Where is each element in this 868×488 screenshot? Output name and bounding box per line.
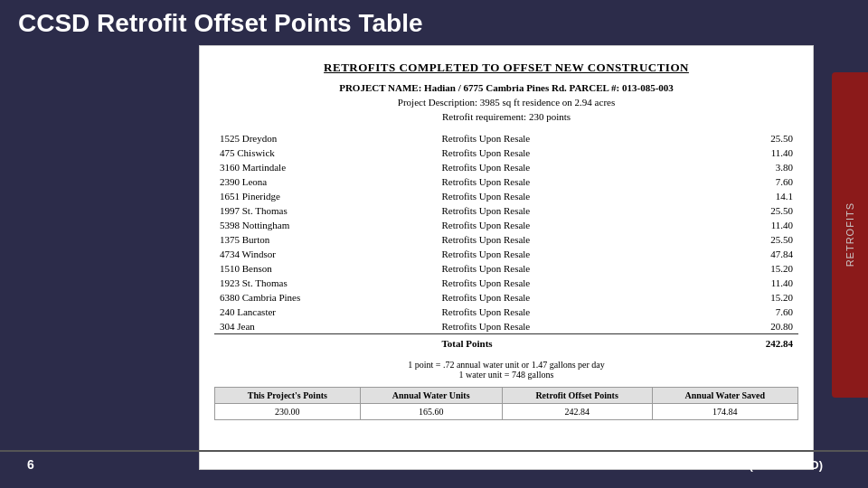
points-cell: 47.84 — [670, 247, 798, 261]
type-cell: Retrofits Upon Resale — [436, 232, 669, 247]
footnote-line1: 1 point = .72 annual water unit or 1.47 … — [214, 360, 798, 370]
right-tab: RETROFITS — [832, 72, 868, 398]
divider-line — [0, 450, 868, 452]
address-cell: 304 Jean — [214, 319, 436, 334]
address-cell: 5398 Nottingham — [214, 218, 436, 232]
address-cell: 6380 Cambria Pines — [214, 290, 436, 305]
project-name: PROJECT NAME: Hadian / 6775 Cambria Pine… — [214, 82, 798, 93]
type-cell: Retrofits Upon Resale — [436, 261, 669, 276]
summary-data-cell: 174.84 — [652, 404, 797, 420]
right-tab-text: RETROFITS — [844, 202, 855, 267]
summary-header-cell: Annual Water Units — [360, 388, 502, 404]
table-row: 2390 LeonaRetrofits Upon Resale7.60 — [214, 174, 798, 189]
summary-table: This Project's PointsAnnual Water UnitsR… — [214, 387, 798, 420]
main-background: CCSD Retrofit Offset Points Table RETROF… — [0, 0, 868, 488]
points-cell: 11.40 — [670, 218, 798, 232]
total-label: Total Points — [436, 334, 669, 352]
points-cell: 7.60 — [670, 174, 798, 189]
summary-data-cell: 230.00 — [215, 404, 361, 420]
table-row: 6380 Cambria PinesRetrofits Upon Resale1… — [214, 290, 798, 305]
points-cell: 14.1 — [670, 189, 798, 203]
footer-label: A-3-SLO-19-0199 (Hadian SFD) — [652, 458, 823, 472]
type-cell: Retrofits Upon Resale — [436, 160, 669, 174]
address-cell: 1923 St. Thomas — [214, 276, 436, 290]
table-row: 1997 St. ThomasRetrofits Upon Resale25.5… — [214, 203, 798, 218]
table-row: 1510 BensonRetrofits Upon Resale15.20 — [214, 261, 798, 276]
address-cell: 1510 Benson — [214, 261, 436, 276]
page-number: 6 — [27, 457, 34, 472]
address-cell: 1375 Burton — [214, 232, 436, 247]
total-row: Total Points 242.84 — [214, 334, 798, 352]
points-cell: 7.60 — [670, 305, 798, 319]
points-cell: 20.80 — [670, 319, 798, 334]
type-cell: Retrofits Upon Resale — [436, 203, 669, 218]
address-cell: 2390 Leona — [214, 174, 436, 189]
address-cell: 475 Chiswick — [214, 145, 436, 160]
table-row: 1375 BurtonRetrofits Upon Resale25.50 — [214, 232, 798, 247]
table-row: 304 JeanRetrofits Upon Resale20.80 — [214, 319, 798, 334]
points-cell: 3.80 — [670, 160, 798, 174]
summary-header-cell: Retrofit Offset Points — [502, 388, 652, 404]
points-cell: 25.50 — [670, 131, 798, 145]
table-row: 475 ChiswickRetrofits Upon Resale11.40 — [214, 145, 798, 160]
type-cell: Retrofits Upon Resale — [436, 218, 669, 232]
page-title: CCSD Retrofit Offset Points Table — [18, 9, 423, 38]
address-cell: 240 Lancaster — [214, 305, 436, 319]
address-cell: 1997 St. Thomas — [214, 203, 436, 218]
type-cell: Retrofits Upon Resale — [436, 189, 669, 203]
points-cell: 25.50 — [670, 203, 798, 218]
summary-header-row: This Project's PointsAnnual Water UnitsR… — [215, 388, 798, 404]
summary-data-row: 230.00165.60242.84174.84 — [215, 404, 798, 420]
type-cell: Retrofits Upon Resale — [436, 131, 669, 145]
type-cell: Retrofits Upon Resale — [436, 276, 669, 290]
summary-data-cell: 242.84 — [502, 404, 652, 420]
address-cell: 1651 Pineridge — [214, 189, 436, 203]
points-cell: 15.20 — [670, 290, 798, 305]
summary-header-cell: Annual Water Saved — [652, 388, 797, 404]
table-row: 5398 NottinghamRetrofits Upon Resale11.4… — [214, 218, 798, 232]
table-row: 4734 WindsorRetrofits Upon Resale47.84 — [214, 247, 798, 261]
document-panel: RETROFITS COMPLETED TO OFFSET NEW CONSTR… — [199, 45, 814, 470]
retrofits-table: 1525 DreydonRetrofits Upon Resale25.5047… — [214, 131, 798, 351]
table-row: 240 LancasterRetrofits Upon Resale7.60 — [214, 305, 798, 319]
type-cell: Retrofits Upon Resale — [436, 290, 669, 305]
type-cell: Retrofits Upon Resale — [436, 247, 669, 261]
points-cell: 11.40 — [670, 145, 798, 160]
footnote: 1 point = .72 annual water unit or 1.47 … — [214, 360, 798, 380]
summary-data-cell: 165.60 — [360, 404, 502, 420]
points-cell: 25.50 — [670, 232, 798, 247]
footnote-line2: 1 water unit = 748 gallons — [214, 370, 798, 380]
document-title: RETROFITS COMPLETED TO OFFSET NEW CONSTR… — [214, 61, 798, 75]
table-row: 1651 PineridgeRetrofits Upon Resale14.1 — [214, 189, 798, 203]
address-cell: 4734 Windsor — [214, 247, 436, 261]
type-cell: Retrofits Upon Resale — [436, 174, 669, 189]
retrofit-req: Retrofit requirement: 230 points — [214, 111, 798, 122]
type-cell: Retrofits Upon Resale — [436, 319, 669, 334]
table-row: 1923 St. ThomasRetrofits Upon Resale11.4… — [214, 276, 798, 290]
table-row: 1525 DreydonRetrofits Upon Resale25.50 — [214, 131, 798, 145]
address-cell: 1525 Dreydon — [214, 131, 436, 145]
points-cell: 15.20 — [670, 261, 798, 276]
total-label-cell — [214, 334, 436, 352]
summary-header-cell: This Project's Points — [215, 388, 361, 404]
project-name-bold: PROJECT NAME: Hadian / 6775 Cambria Pine… — [339, 82, 674, 93]
project-desc: Project Description: 3985 sq ft residenc… — [214, 97, 798, 108]
type-cell: Retrofits Upon Resale — [436, 305, 669, 319]
address-cell: 3160 Martindale — [214, 160, 436, 174]
points-cell: 11.40 — [670, 276, 798, 290]
type-cell: Retrofits Upon Resale — [436, 145, 669, 160]
table-row: 3160 MartindaleRetrofits Upon Resale3.80 — [214, 160, 798, 174]
total-points: 242.84 — [670, 334, 798, 352]
